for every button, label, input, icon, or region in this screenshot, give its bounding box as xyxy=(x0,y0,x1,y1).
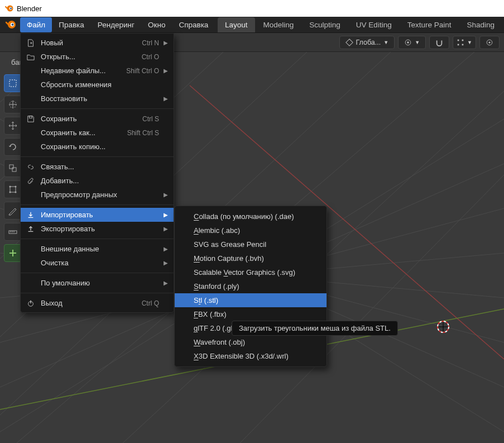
svg-point-41 xyxy=(15,186,17,188)
svg-point-5 xyxy=(12,23,14,26)
menu-item-label: Открыть... xyxy=(41,53,142,61)
menu-item-добавить-[interactable]: Добавить... xyxy=(21,174,174,188)
menu-item-shortcut: Ctrl N xyxy=(142,39,159,47)
menu-item-экспортировать[interactable]: Экспортировать▶ xyxy=(21,222,174,236)
import-option[interactable]: Stanford (.ply) xyxy=(175,279,327,293)
menu-item-label: Выход xyxy=(41,299,142,307)
menu-item-label: Сохранить как... xyxy=(41,128,127,137)
menu-item-label: Импортировать xyxy=(41,211,159,219)
import-option[interactable]: Scalable Vector Graphics (.svg) xyxy=(175,265,327,279)
import-option[interactable]: X3D Extensible 3D (.x3d/.wrl) xyxy=(175,349,327,363)
tool-cursor[interactable] xyxy=(4,96,22,113)
import-option-label: SVG as Grease Pencil xyxy=(194,240,266,249)
import-option-label: Motion Capture (.bvh) xyxy=(194,254,264,263)
tab-layout[interactable]: Layout xyxy=(218,17,255,32)
window-titlebar: Blender xyxy=(0,0,504,17)
menu-item-импортировать[interactable]: Импортировать▶ xyxy=(21,208,174,222)
menu-item-label: Сохранить xyxy=(41,115,142,123)
import-option[interactable]: Stl (.stl) xyxy=(175,293,327,307)
menu-item-сохранить-копию-[interactable]: Сохранить копию... xyxy=(21,140,174,154)
svg-rect-11 xyxy=(462,44,464,45)
menu-item-очистка[interactable]: Очистка▶ xyxy=(21,256,174,270)
menu-item-открыть-[interactable]: Открыть...Ctrl O xyxy=(21,50,174,64)
submenu-arrow-icon: ▶ xyxy=(162,280,168,286)
proportional-toggle[interactable] xyxy=(479,36,500,49)
menu-item-по-умолчанию[interactable]: По умолчанию▶ xyxy=(21,276,174,290)
chevron-down-icon: ▼ xyxy=(415,40,420,45)
menu-item-связать-[interactable]: Связать... xyxy=(21,160,174,174)
chevron-down-icon: ▼ xyxy=(383,40,388,45)
tool-scale[interactable] xyxy=(4,159,22,177)
tab-uv-editing[interactable]: UV Editing xyxy=(349,17,399,32)
tool-move[interactable] xyxy=(4,117,22,135)
tab-modeling[interactable]: Modeling xyxy=(256,17,301,32)
svg-rect-9 xyxy=(462,39,464,41)
import-option[interactable]: Collada (по умолчанию) (.dae) xyxy=(175,209,327,223)
menu-item-выход[interactable]: ВыходCtrl Q xyxy=(21,296,174,310)
submenu-arrow-icon: ▶ xyxy=(162,226,168,232)
svg-point-42 xyxy=(9,192,11,193)
tab-sculpting[interactable]: Sculpting xyxy=(302,17,348,32)
import-option[interactable]: SVG as Grease Pencil xyxy=(175,237,327,251)
tool-annotate[interactable] xyxy=(4,202,22,220)
import-option[interactable]: Wavefront (.obj) xyxy=(175,335,327,349)
menu-item-label: Сбросить изменения xyxy=(41,80,159,89)
import-option[interactable]: Motion Capture (.bvh) xyxy=(175,251,327,265)
import-option-label: Stl (.stl) xyxy=(194,296,218,304)
menu-edit[interactable]: Правка xyxy=(52,17,91,32)
import-option-label: Stanford (.ply) xyxy=(194,282,239,290)
submenu-arrow-icon: ▶ xyxy=(162,246,168,252)
svg-point-2 xyxy=(10,8,12,9)
submenu-arrow-icon: ▶ xyxy=(162,212,168,218)
svg-point-6 xyxy=(407,41,409,44)
svg-rect-54 xyxy=(29,116,32,118)
svg-rect-10 xyxy=(458,44,459,45)
menu-item-сохранить-как-[interactable]: Сохранить как...Shift Ctrl S xyxy=(21,126,174,140)
submenu-arrow-icon: ▶ xyxy=(162,96,168,102)
menu-item-label: Экспортировать xyxy=(41,225,159,233)
menu-item-shortcut: Shift Ctrl O xyxy=(126,67,159,75)
link-icon xyxy=(26,163,35,171)
blender-logo-icon xyxy=(4,4,13,13)
menu-item-label: Недавние файлы... xyxy=(41,66,126,75)
menu-item-сбросить-изменения[interactable]: Сбросить изменения xyxy=(21,78,174,92)
submenu-arrow-icon: ▶ xyxy=(162,40,168,46)
tab-texture-paint[interactable]: Texture Paint xyxy=(400,17,459,32)
import-option[interactable]: FBX (.fbx) xyxy=(175,307,327,321)
tool-measure[interactable] xyxy=(4,223,22,241)
menu-window[interactable]: Окно xyxy=(141,17,172,32)
menu-item-новый[interactable]: НовыйCtrl N▶ xyxy=(21,36,174,50)
menu-item-восстановить[interactable]: Восстановить▶ xyxy=(21,92,174,106)
svg-point-40 xyxy=(9,186,11,188)
snap-toggle[interactable] xyxy=(429,36,449,49)
menu-item-предпросмотр-данных[interactable]: Предпросмотр данных▶ xyxy=(21,188,174,202)
tool-transform[interactable] xyxy=(4,180,22,198)
menu-item-shortcut: Shift Ctrl S xyxy=(127,129,159,137)
menu-item-внешние-данные[interactable]: Внешние данные▶ xyxy=(21,242,174,256)
submenu-arrow-icon: ▶ xyxy=(162,68,168,74)
tool-rotate[interactable] xyxy=(4,138,22,156)
file-dropdown-menu: НовыйCtrl N▶Открыть...Ctrl OНедавние фай… xyxy=(20,33,174,313)
orientation-dropdown[interactable]: Глоба... ▼ xyxy=(339,36,395,49)
stl-tooltip: Загрузить треугольники меша из файла STL… xyxy=(232,321,398,336)
window-title: Blender xyxy=(17,4,42,13)
menu-item-label: Очистка xyxy=(41,259,159,267)
menu-item-сохранить[interactable]: СохранитьCtrl S xyxy=(21,112,174,126)
tool-select-box[interactable] xyxy=(4,74,22,92)
save-icon xyxy=(26,115,35,123)
folder-icon xyxy=(26,53,35,61)
svg-rect-44 xyxy=(9,231,17,234)
menu-help[interactable]: Справка xyxy=(172,17,215,32)
menu-item-недавние-файлы-[interactable]: Недавние файлы...Shift Ctrl O▶ xyxy=(21,64,174,78)
menu-file[interactable]: Файл xyxy=(20,17,52,32)
import-option[interactable]: Alembic (.abc) xyxy=(175,223,327,237)
menu-render[interactable]: Рендеринг xyxy=(91,17,141,32)
menu-item-label: По умолчанию xyxy=(41,279,159,287)
menu-item-label: Новый xyxy=(41,39,142,47)
tab-shading[interactable]: Shading xyxy=(459,17,502,32)
import-option-label: Collada (по умолчанию) (.dae) xyxy=(194,212,294,221)
pivot-dropdown[interactable]: ▼ xyxy=(398,36,426,49)
tool-add[interactable] xyxy=(4,244,22,262)
workspace-tabs: Layout Modeling Sculpting UV Editing Tex… xyxy=(218,17,502,32)
snap-element-dropdown[interactable]: ▼ xyxy=(453,36,476,49)
